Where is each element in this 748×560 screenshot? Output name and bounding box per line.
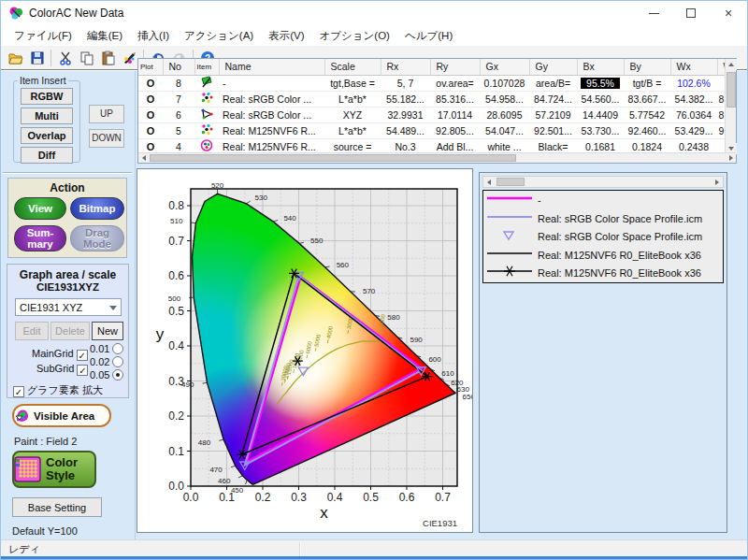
minimize-button[interactable] bbox=[635, 1, 672, 25]
close-button[interactable]: × bbox=[710, 1, 747, 25]
color-style-button[interactable]: ColorStyle bbox=[12, 451, 96, 488]
column-header-item[interactable]: Item bbox=[194, 59, 219, 75]
open-folder-button[interactable] bbox=[5, 48, 26, 68]
legend-item: Real: sRGB Color Space Profile.icm bbox=[483, 228, 723, 246]
default-y-label: Default Y=100 bbox=[12, 525, 78, 537]
legend-label: Real: sRGB Color Space Profile.icm bbox=[538, 213, 702, 224]
column-header-plot[interactable]: Plot bbox=[138, 59, 163, 75]
scroll-thumb[interactable] bbox=[726, 72, 736, 108]
scroll-up-arrow[interactable] bbox=[726, 59, 737, 70]
column-header-ry[interactable]: Ry bbox=[430, 59, 480, 75]
column-header-bx[interactable]: Bx bbox=[577, 59, 624, 75]
base-setting-button[interactable]: Base Setting bbox=[12, 497, 102, 517]
plot-toggle[interactable]: O bbox=[138, 91, 163, 107]
column-header-scale[interactable]: Scale bbox=[324, 59, 381, 75]
cell-ry: 17.0114 bbox=[430, 107, 480, 122]
scroll-left-arrow[interactable] bbox=[138, 153, 149, 163]
menu-item-1[interactable]: 編集(E) bbox=[79, 26, 130, 46]
column-header-name[interactable]: Name bbox=[219, 59, 324, 75]
menu-item-4[interactable]: 表示(V) bbox=[261, 26, 311, 46]
grid-step-0.01-radio[interactable] bbox=[112, 343, 123, 354]
multi-button[interactable]: Multi bbox=[21, 108, 73, 124]
cell-rx: 32.9931 bbox=[381, 107, 430, 122]
subgrid-checkbox[interactable] bbox=[77, 365, 88, 376]
svg-text:610: 610 bbox=[441, 369, 454, 378]
scroll-thumb[interactable] bbox=[150, 154, 516, 162]
grid-step-0.02-radio-row: 0.02 bbox=[90, 356, 123, 367]
grid-step-0.02-radio[interactable] bbox=[112, 356, 123, 367]
column-header-wx[interactable]: Wx bbox=[670, 59, 717, 75]
overlap-button[interactable]: Overlap bbox=[21, 127, 73, 144]
diff-button[interactable]: Diff bbox=[21, 147, 73, 164]
menu-item-5[interactable]: オプション(O) bbox=[312, 26, 397, 46]
app-icon bbox=[8, 6, 23, 21]
svg-text:0.3: 0.3 bbox=[291, 491, 307, 504]
column-header-gx[interactable]: Gx bbox=[480, 59, 529, 75]
drag-mode-button[interactable]: DragMode bbox=[70, 225, 124, 251]
table-vertical-scrollbar[interactable] bbox=[725, 59, 736, 154]
scroll-right-arrow[interactable] bbox=[712, 177, 723, 187]
paste-icon bbox=[101, 50, 116, 65]
table-row[interactable]: O5Real: M125NVF6 R...L*a*b*54.489...92.8… bbox=[138, 122, 726, 138]
table-horizontal-scrollbar[interactable] bbox=[138, 152, 736, 163]
triangle-down-marker bbox=[483, 227, 536, 242]
grid-step-0.05-radio[interactable] bbox=[112, 369, 123, 381]
cell-scale: L*a*b* bbox=[324, 91, 381, 107]
maximize-button[interactable] bbox=[672, 1, 710, 25]
maingrid-row: MainGrid bbox=[32, 348, 88, 361]
cut-button[interactable] bbox=[54, 48, 76, 68]
column-header-by[interactable]: By bbox=[624, 59, 670, 75]
menu-item-0[interactable]: ファイル(F) bbox=[7, 26, 79, 46]
item-insert-group: Item Insert RGBW Multi Overlap Diff bbox=[13, 75, 80, 163]
table-row[interactable]: O7Real: sRGB Color ...L*a*b*55.182...85.… bbox=[138, 91, 726, 107]
scroll-thumb[interactable] bbox=[496, 178, 525, 186]
edit-button[interactable]: Edit bbox=[15, 322, 49, 340]
save-button[interactable] bbox=[26, 48, 48, 68]
menu-item-6[interactable]: ヘルプ(H) bbox=[397, 26, 460, 46]
toolbar-separator bbox=[50, 50, 51, 66]
column-header-gy[interactable]: Gy bbox=[529, 59, 577, 75]
svg-text:0.5: 0.5 bbox=[363, 491, 379, 504]
plot-toggle[interactable]: O bbox=[138, 75, 163, 91]
item-name: Real: sRGB Color ... bbox=[219, 107, 324, 122]
coloraс-window: ColorAC New Data × ファイル(F)編集(E)挿入(I)アクショ… bbox=[0, 0, 748, 560]
menu-item-2[interactable]: 挿入(I) bbox=[130, 26, 177, 46]
summary-button[interactable]: Sum-mary bbox=[14, 225, 66, 251]
copy-button[interactable] bbox=[76, 48, 97, 68]
delete-button[interactable]: Delete bbox=[50, 322, 90, 340]
legend-scrollbar[interactable] bbox=[482, 176, 724, 188]
svg-text:590: 590 bbox=[410, 336, 423, 344]
legend-item: Real: sRGB Color Space Profile.icm bbox=[483, 209, 723, 227]
cell-bx: 14.4409 bbox=[577, 107, 624, 122]
column-header-no[interactable]: No bbox=[163, 59, 194, 75]
table-row[interactable]: O6Real: sRGB Color ...XYZ32.993117.01142… bbox=[138, 107, 726, 122]
svg-text:0.4: 0.4 bbox=[168, 339, 184, 352]
new-button[interactable]: New bbox=[92, 322, 123, 340]
up-button[interactable]: UP bbox=[89, 105, 124, 123]
menu-item-3[interactable]: アクション(A) bbox=[177, 26, 261, 46]
plot-toggle[interactable]: O bbox=[138, 122, 163, 138]
svg-text:0.7: 0.7 bbox=[168, 235, 184, 248]
view-button[interactable]: View bbox=[14, 197, 66, 220]
chromaticity-chart-panel: 4504604704804905005105205305405505605705… bbox=[137, 168, 473, 533]
scroll-right-arrow[interactable] bbox=[726, 153, 736, 163]
paste-button[interactable] bbox=[97, 48, 119, 68]
status-separator bbox=[299, 542, 301, 557]
column-header-rx[interactable]: Rx bbox=[381, 59, 430, 75]
svg-text:y: y bbox=[156, 325, 165, 343]
svg-text:0.3: 0.3 bbox=[168, 375, 184, 388]
color-tool-icon bbox=[122, 50, 137, 65]
cell-gy: 92.501... bbox=[529, 122, 577, 138]
item-name: - bbox=[219, 75, 324, 91]
down-button[interactable]: DOWN bbox=[89, 129, 124, 148]
graph-zoom-checkbox[interactable] bbox=[13, 386, 24, 397]
visible-area-button[interactable]: Visible Area bbox=[12, 404, 111, 427]
item-name: Real: sRGB Color ... bbox=[219, 91, 324, 107]
rgbw-button[interactable]: RGBW bbox=[21, 88, 73, 105]
maingrid-checkbox[interactable] bbox=[77, 350, 88, 361]
plot-toggle[interactable]: O bbox=[138, 107, 163, 122]
scale-select[interactable]: CIE1931 XYZ bbox=[15, 298, 122, 316]
bitmap-button[interactable]: Bitmap bbox=[70, 197, 124, 220]
scroll-left-arrow[interactable] bbox=[483, 177, 495, 187]
table-row[interactable]: O8-tgt,Base =5, 7ov.area=0.107028area/B=… bbox=[138, 75, 726, 91]
